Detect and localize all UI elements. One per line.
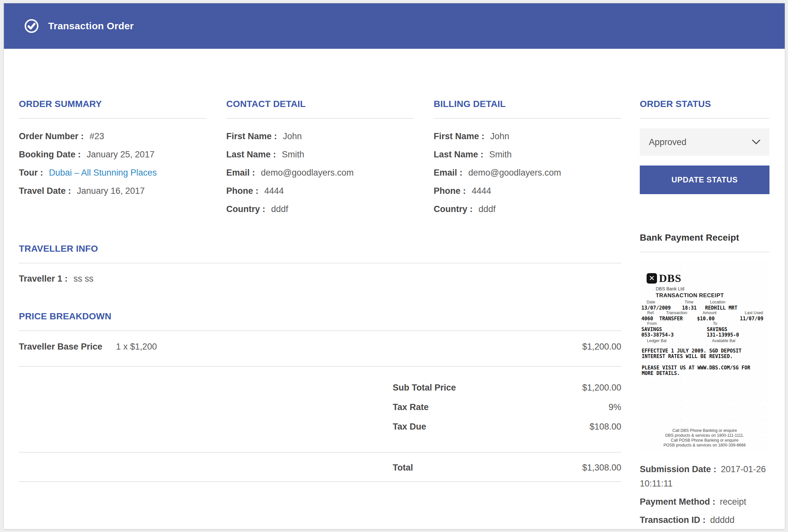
receipt-account-numbers: 053-38754-3 131-13995-0: [640, 332, 769, 337]
receipt-values-row-1: 13/07/2009 18:31 REDHILL MRT: [640, 305, 769, 311]
contact-last-name-row: Last Name : Smith: [226, 145, 414, 163]
billing-country-row: Country : dddf: [434, 200, 621, 218]
dbs-logo-text: DBS: [659, 272, 682, 284]
total-amount: $1,308.00: [582, 458, 621, 477]
travel-date-row: Travel Date : January 16, 2017: [19, 182, 206, 200]
divider: [434, 118, 621, 119]
main-panel: ORDER SUMMARY Order Number : #23 Booking…: [19, 99, 621, 531]
total-label: Total: [393, 458, 413, 477]
divider: [19, 263, 621, 263]
traveller-info-section: TRAVELLER INFO Traveller 1 : ss ss: [19, 243, 621, 288]
receipt-bank-name: DBS Bank Ltd: [656, 286, 769, 291]
receipt-labels-row-2: Ref. Transaction Amount Last Used: [640, 311, 769, 316]
receipt-values-row-2: 4060 TRANSFER $10.00 11/07/09: [640, 316, 769, 321]
sidebar-panel: ORDER STATUS Approved UPDATE STATUS Bank…: [640, 99, 769, 531]
line-item-detail: 1 x $1,200: [116, 337, 157, 356]
traveller-info-heading: TRAVELLER INFO: [19, 243, 621, 254]
booking-date-row: Booking Date : January 25, 2017: [19, 145, 206, 163]
page-title: Transaction Order: [48, 20, 134, 32]
billing-email-row: Email : demo@goodlayers.com: [434, 163, 621, 182]
line-item-amount: $1,200.00: [582, 337, 621, 356]
receipt-notice-2: PLEASE VISIT US AT WWW.DBS.COM/SG FOR MO…: [642, 365, 755, 376]
submission-date-row: Submission Date :2017-01-26 10:11:11: [640, 462, 769, 491]
billing-last-name-row: Last Name : Smith: [434, 145, 621, 163]
dbs-logo-icon: ✕: [647, 273, 657, 283]
traveller-row: Traveller 1 : ss ss: [19, 270, 621, 288]
receipt-meta: Submission Date :2017-01-26 10:11:11 Pay…: [640, 462, 769, 527]
receipt-title: TRANSACTION RECEIPT: [656, 292, 769, 299]
content-area: ORDER SUMMARY Order Number : #23 Booking…: [4, 49, 785, 531]
order-status-heading: ORDER STATUS: [640, 99, 769, 110]
chevron-down-icon: [752, 139, 761, 145]
contact-phone-row: Phone : 4444: [226, 182, 414, 200]
receipt-footer: Call DBS Phone Banking or enquire DBS pr…: [640, 428, 769, 448]
divider: [640, 118, 769, 119]
divider: [226, 118, 414, 119]
receipt-from-to-labels: From To: [640, 321, 769, 327]
bank-receipt-image: ✕ DBS DBS Bank Ltd TRANSACTION RECEIPT D…: [640, 261, 769, 452]
order-summary-section: ORDER SUMMARY Order Number : #23 Booking…: [19, 99, 206, 218]
receipt-balance-labels: Ledger Bal Available Bal: [640, 338, 769, 344]
contact-country-row: Country : dddf: [226, 200, 414, 218]
order-status-selected-value: Approved: [649, 137, 687, 147]
contact-first-name-row: First Name : John: [226, 127, 414, 145]
detail-columns: ORDER SUMMARY Order Number : #23 Booking…: [19, 99, 621, 218]
contact-email-row: Email : demo@goodlayers.com: [226, 163, 414, 182]
order-status-select[interactable]: Approved: [640, 129, 769, 156]
order-summary-heading: ORDER SUMMARY: [19, 99, 206, 110]
payment-method-row: Payment Method :receipt: [640, 495, 769, 509]
receipt-notice-1: EFFECTIVE 1 JULY 2009. SGD DEPOSIT INTER…: [642, 348, 755, 359]
tour-link[interactable]: Dubai – All Stunning Places: [49, 163, 157, 182]
check-circle-icon: [24, 19, 39, 34]
receipt-account-types: SAVINGS SAVINGS: [640, 327, 769, 332]
billing-phone-row: Phone : 4444: [434, 182, 621, 200]
total-row: Total $1,308.00: [19, 453, 621, 481]
divider: [19, 481, 621, 482]
dbs-logo: ✕ DBS: [647, 272, 769, 285]
contact-detail-section: CONTACT DETAIL First Name : John Last Na…: [226, 99, 414, 218]
price-summary: Sub Total Price $1,200.00 Tax Rate 9% Ta…: [19, 367, 621, 452]
tour-row: Tour : Dubai – All Stunning Places: [19, 163, 206, 182]
transaction-order-card: Transaction Order ORDER SUMMARY Order Nu…: [4, 3, 785, 529]
price-line-item: Traveller Base Price 1 x $1,200 $1,200.0…: [19, 331, 621, 366]
contact-detail-heading: CONTACT DETAIL: [226, 99, 414, 110]
line-item-label: Traveller Base Price: [19, 337, 102, 356]
divider: [640, 252, 769, 252]
price-breakdown-heading: PRICE BREAKDOWN: [19, 311, 621, 322]
receipt-labels-row-1: Date Time Location: [640, 300, 769, 305]
divider: [19, 118, 206, 119]
title-bar: Transaction Order: [4, 3, 785, 49]
subtotal-row: Sub Total Price $1,200.00: [19, 378, 621, 397]
price-breakdown-section: PRICE BREAKDOWN Traveller Base Price 1 x…: [19, 311, 621, 482]
update-status-button[interactable]: UPDATE STATUS: [640, 165, 769, 194]
billing-first-name-row: First Name : John: [434, 127, 621, 145]
billing-detail-heading: BILLING DETAIL: [434, 99, 621, 110]
tax-rate-row: Tax Rate 9%: [19, 397, 621, 417]
bank-payment-receipt-heading: Bank Payment Receipt: [640, 232, 769, 243]
order-number-row: Order Number : #23: [19, 127, 206, 145]
transaction-id-row: Transaction ID :ddddd: [640, 513, 769, 527]
billing-detail-section: BILLING DETAIL First Name : John Last Na…: [434, 99, 621, 218]
tax-due-row: Tax Due $108.00: [19, 417, 621, 436]
